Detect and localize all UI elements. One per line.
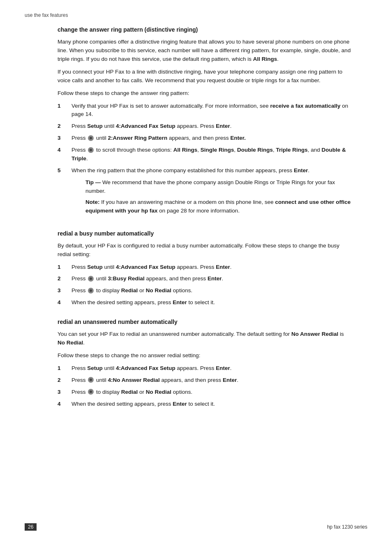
step-3-3: 3 Press to display Redial or No Redial o… [58, 388, 351, 397]
step-num-3-3: 3 [58, 388, 67, 397]
steps-list-3: 1 Press Setup until 4:Advanced Fax Setup… [58, 364, 351, 409]
section-title-change-answer-ring: change the answer ring pattern (distinct… [58, 26, 367, 33]
section-body-redial-unanswered: You can set your HP Fax to redial an una… [58, 330, 351, 408]
step-num-3-1: 1 [58, 364, 67, 373]
button-icon-1 [88, 135, 94, 141]
step-num-5: 5 [58, 166, 67, 175]
steps-list-1: 1 Verify that your HP Fax is set to answ… [58, 102, 351, 219]
step-num-2-2: 2 [58, 275, 67, 283]
para-redial-unanswered-1: You can set your HP Fax to redial an una… [58, 330, 351, 347]
step-content-2-1: Press Setup until 4:Advanced Fax Setup a… [71, 263, 351, 272]
page-footer: 26 hp fax 1230 series [25, 523, 367, 531]
para-2: If you connect your HP Fax to a line wit… [58, 68, 351, 85]
button-icon-4 [88, 288, 94, 293]
step-1-1: 1 Verify that your HP Fax is set to answ… [58, 102, 351, 119]
section-redial-unanswered: redial an unanswered number automaticall… [25, 319, 367, 408]
footer-product: hp fax 1230 series [327, 524, 367, 530]
step-1-3: 3 Press until 2:Answer Ring Pattern appe… [58, 134, 351, 143]
step-1-2: 2 Press Setup until 4:Advanced Fax Setup… [58, 122, 351, 131]
section-body-change-answer-ring: Many phone companies offer a distinctive… [58, 38, 351, 219]
step-num-3-2: 2 [58, 376, 67, 385]
step-2-4: 4 When the desired setting appears, pres… [58, 298, 351, 307]
page-number: 26 [25, 523, 37, 531]
step-content-2-4: When the desired setting appears, press … [71, 298, 351, 307]
header-text: use the fax features [25, 12, 68, 18]
step-1-5: 5 When the ring pattern that the phone c… [58, 166, 351, 219]
section-redial-busy: redial a busy number automatically By de… [25, 230, 367, 307]
step-content-4: Press to scroll through these options: A… [71, 146, 351, 163]
step-content-3-2: Press until 4:No Answer Redial appears, … [71, 376, 351, 385]
step-content-3-1: Press Setup until 4:Advanced Fax Setup a… [71, 364, 351, 373]
step-content-1: Verify that your HP Fax is set to answer… [71, 102, 351, 119]
step-2-1: 1 Press Setup until 4:Advanced Fax Setup… [58, 263, 351, 272]
step-3-1: 1 Press Setup until 4:Advanced Fax Setup… [58, 364, 351, 373]
button-icon-5 [88, 377, 94, 383]
step-num-4: 4 [58, 146, 67, 155]
section-title-redial-unanswered: redial an unanswered number automaticall… [58, 319, 367, 325]
steps-list-2: 1 Press Setup until 4:Advanced Fax Setup… [58, 263, 351, 307]
step-num-3: 3 [58, 134, 67, 143]
para-3: Follow these steps to change the answer … [58, 89, 351, 98]
step-content-3: Press until 2:Answer Ring Pattern appear… [71, 134, 351, 143]
note-text: Note: If you have an answering machine o… [85, 198, 351, 215]
button-icon-2 [88, 147, 94, 153]
section-title-redial-busy: redial a busy number automatically [58, 230, 367, 237]
step-2-2: 2 Press until 3:Busy Redial appears, and… [58, 275, 351, 283]
step-3-2: 2 Press until 4:No Answer Redial appears… [58, 376, 351, 385]
button-icon-6 [88, 389, 94, 395]
tip-text: Tip — We recommend that have the phone c… [85, 178, 351, 196]
step-num-1: 1 [58, 102, 67, 111]
step-3-4: 4 When the desired setting appears, pres… [58, 400, 351, 409]
page-header: use the fax features [25, 12, 367, 18]
section-body-redial-busy: By default, your HP Fax is configured to… [58, 242, 351, 307]
step-num-2-3: 3 [58, 287, 67, 295]
step-1-4: 4 Press to scroll through these options:… [58, 146, 351, 163]
step-content-3-3: Press to display Redial or No Redial opt… [71, 388, 351, 397]
step-content-2: Press Setup until 4:Advanced Fax Setup a… [71, 122, 351, 131]
step-num-2-4: 4 [58, 298, 67, 307]
para-redial-unanswered-2: Follow these steps to change the no answ… [58, 351, 351, 360]
step-num-3-4: 4 [58, 400, 67, 409]
step-content-2-2: Press until 3:Busy Redial appears, and t… [71, 275, 351, 283]
step-2-3: 3 Press to display Redial or No Redial o… [58, 287, 351, 295]
para-1: Many phone companies offer a distinctive… [58, 38, 351, 64]
step-num-2-1: 1 [58, 263, 67, 272]
step-content-3-4: When the desired setting appears, press … [71, 400, 351, 409]
button-icon-3 [88, 276, 94, 282]
section-change-answer-ring: change the answer ring pattern (distinct… [25, 26, 367, 219]
para-redial-busy-1: By default, your HP Fax is configured to… [58, 242, 351, 259]
step-content-2-3: Press to display Redial or No Redial opt… [71, 287, 351, 295]
step-content-5: When the ring pattern that the phone com… [71, 166, 351, 219]
page: use the fax features change the answer r… [0, 0, 392, 543]
step-num-2: 2 [58, 122, 67, 131]
tip-block-1: Tip — We recommend that have the phone c… [85, 178, 351, 215]
